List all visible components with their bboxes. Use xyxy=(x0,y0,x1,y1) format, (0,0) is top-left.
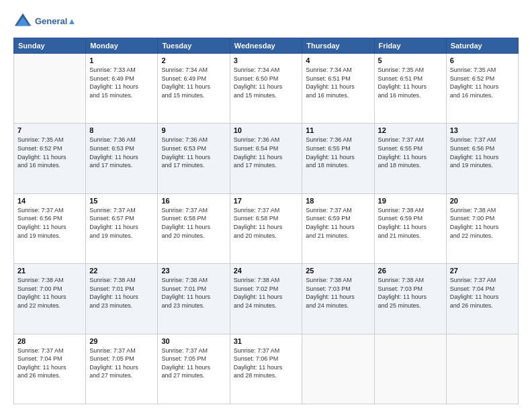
day-number: 15 xyxy=(89,197,154,205)
calendar-cell: 14Sunrise: 7:37 AMSunset: 6:56 PMDayligh… xyxy=(14,193,86,263)
calendar-cell: 10Sunrise: 7:36 AMSunset: 6:54 PMDayligh… xyxy=(230,124,302,193)
logo-text: General▲ xyxy=(35,16,76,27)
day-number: 22 xyxy=(89,267,154,275)
calendar-cell: 3Sunrise: 7:34 AMSunset: 6:50 PMDaylight… xyxy=(230,54,302,124)
day-info: Sunrise: 7:37 AMSunset: 6:58 PMDaylight:… xyxy=(161,206,226,240)
calendar-cell: 11Sunrise: 7:36 AMSunset: 6:55 PMDayligh… xyxy=(302,124,374,193)
day-info: Sunrise: 7:38 AMSunset: 7:01 PMDaylight:… xyxy=(161,276,226,310)
day-info: Sunrise: 7:37 AMSunset: 6:59 PMDaylight:… xyxy=(306,206,370,240)
calendar-cell: 24Sunrise: 7:38 AMSunset: 7:02 PMDayligh… xyxy=(230,264,302,334)
day-info: Sunrise: 7:37 AMSunset: 7:05 PMDaylight:… xyxy=(89,347,154,380)
day-info: Sunrise: 7:36 AMSunset: 6:54 PMDaylight:… xyxy=(234,136,299,169)
day-info: Sunrise: 7:37 AMSunset: 7:05 PMDaylight:… xyxy=(161,347,226,380)
week-row-4: 21Sunrise: 7:38 AMSunset: 7:00 PMDayligh… xyxy=(14,264,519,334)
day-info: Sunrise: 7:35 AMSunset: 6:52 PMDaylight:… xyxy=(17,136,82,169)
calendar-cell: 26Sunrise: 7:38 AMSunset: 7:03 PMDayligh… xyxy=(374,264,446,334)
calendar-table: SundayMondayTuesdayWednesdayThursdayFrid… xyxy=(13,38,519,404)
day-number: 1 xyxy=(89,56,154,64)
day-number: 25 xyxy=(306,267,370,275)
day-number: 28 xyxy=(17,337,82,345)
day-number: 6 xyxy=(450,56,515,64)
day-header-wednesday: Wednesday xyxy=(230,38,302,54)
day-header-thursday: Thursday xyxy=(302,38,374,54)
page: General▲ SundayMondayTuesdayWednesdayThu… xyxy=(0,0,532,411)
day-header-monday: Monday xyxy=(86,38,158,54)
day-info: Sunrise: 7:38 AMSunset: 7:03 PMDaylight:… xyxy=(378,276,443,310)
day-info: Sunrise: 7:38 AMSunset: 7:02 PMDaylight:… xyxy=(234,276,299,310)
day-info: Sunrise: 7:35 AMSunset: 6:52 PMDaylight:… xyxy=(450,66,515,99)
calendar-cell: 18Sunrise: 7:37 AMSunset: 6:59 PMDayligh… xyxy=(302,193,374,263)
week-row-1: 1Sunrise: 7:33 AMSunset: 6:49 PMDaylight… xyxy=(14,54,519,124)
day-info: Sunrise: 7:38 AMSunset: 7:01 PMDaylight:… xyxy=(89,276,154,310)
day-number: 18 xyxy=(306,197,370,205)
calendar-cell: 21Sunrise: 7:38 AMSunset: 7:00 PMDayligh… xyxy=(14,264,86,334)
day-number: 13 xyxy=(450,126,515,134)
calendar-cell xyxy=(374,334,446,404)
day-info: Sunrise: 7:38 AMSunset: 7:03 PMDaylight:… xyxy=(306,276,370,310)
day-info: Sunrise: 7:37 AMSunset: 7:04 PMDaylight:… xyxy=(17,347,82,380)
calendar-cell: 25Sunrise: 7:38 AMSunset: 7:03 PMDayligh… xyxy=(302,264,374,334)
calendar-cell: 6Sunrise: 7:35 AMSunset: 6:52 PMDaylight… xyxy=(446,54,518,124)
calendar-cell: 22Sunrise: 7:38 AMSunset: 7:01 PMDayligh… xyxy=(86,264,158,334)
day-header-sunday: Sunday xyxy=(14,38,86,54)
day-info: Sunrise: 7:37 AMSunset: 7:06 PMDaylight:… xyxy=(234,347,299,380)
day-number: 31 xyxy=(234,337,299,345)
day-number: 10 xyxy=(234,126,299,134)
day-info: Sunrise: 7:37 AMSunset: 6:57 PMDaylight:… xyxy=(89,206,154,240)
day-header-saturday: Saturday xyxy=(446,38,518,54)
calendar-cell: 12Sunrise: 7:37 AMSunset: 6:55 PMDayligh… xyxy=(374,124,446,193)
day-number: 4 xyxy=(306,56,370,64)
calendar-cell: 19Sunrise: 7:38 AMSunset: 6:59 PMDayligh… xyxy=(374,193,446,263)
calendar-cell xyxy=(14,54,86,124)
day-info: Sunrise: 7:34 AMSunset: 6:51 PMDaylight:… xyxy=(306,66,370,99)
day-number: 21 xyxy=(17,267,82,275)
calendar-cell: 20Sunrise: 7:38 AMSunset: 7:00 PMDayligh… xyxy=(446,193,518,263)
day-number: 3 xyxy=(234,56,299,64)
calendar-cell: 13Sunrise: 7:37 AMSunset: 6:56 PMDayligh… xyxy=(446,124,518,193)
calendar-cell: 28Sunrise: 7:37 AMSunset: 7:04 PMDayligh… xyxy=(14,334,86,404)
day-number: 2 xyxy=(161,56,226,64)
calendar-cell: 2Sunrise: 7:34 AMSunset: 6:49 PMDaylight… xyxy=(158,54,230,124)
calendar-cell: 5Sunrise: 7:35 AMSunset: 6:51 PMDaylight… xyxy=(374,54,446,124)
calendar-cell xyxy=(302,334,374,404)
calendar-cell: 29Sunrise: 7:37 AMSunset: 7:05 PMDayligh… xyxy=(86,334,158,404)
calendar-cell: 15Sunrise: 7:37 AMSunset: 6:57 PMDayligh… xyxy=(86,193,158,263)
day-info: Sunrise: 7:36 AMSunset: 6:53 PMDaylight:… xyxy=(161,136,226,169)
day-number: 24 xyxy=(234,267,299,275)
day-number: 11 xyxy=(306,126,370,134)
day-info: Sunrise: 7:37 AMSunset: 6:56 PMDaylight:… xyxy=(450,136,515,169)
day-number: 29 xyxy=(89,337,154,345)
day-number: 14 xyxy=(17,197,82,205)
day-number: 12 xyxy=(378,126,443,134)
week-row-3: 14Sunrise: 7:37 AMSunset: 6:56 PMDayligh… xyxy=(14,193,519,263)
day-info: Sunrise: 7:36 AMSunset: 6:53 PMDaylight:… xyxy=(89,136,154,169)
logo: General▲ xyxy=(13,12,76,31)
day-number: 27 xyxy=(450,267,515,275)
calendar-cell: 31Sunrise: 7:37 AMSunset: 7:06 PMDayligh… xyxy=(230,334,302,404)
calendar-cell: 9Sunrise: 7:36 AMSunset: 6:53 PMDaylight… xyxy=(158,124,230,193)
calendar-cell: 4Sunrise: 7:34 AMSunset: 6:51 PMDaylight… xyxy=(302,54,374,124)
day-info: Sunrise: 7:35 AMSunset: 6:51 PMDaylight:… xyxy=(378,66,443,99)
day-info: Sunrise: 7:37 AMSunset: 6:56 PMDaylight:… xyxy=(17,206,82,240)
day-number: 5 xyxy=(378,56,443,64)
calendar-header-row: SundayMondayTuesdayWednesdayThursdayFrid… xyxy=(14,38,519,54)
calendar-cell: 17Sunrise: 7:37 AMSunset: 6:58 PMDayligh… xyxy=(230,193,302,263)
day-info: Sunrise: 7:38 AMSunset: 6:59 PMDaylight:… xyxy=(378,206,443,240)
calendar-cell: 16Sunrise: 7:37 AMSunset: 6:58 PMDayligh… xyxy=(158,193,230,263)
day-number: 9 xyxy=(161,126,226,134)
day-number: 7 xyxy=(17,126,82,134)
calendar-cell xyxy=(446,334,518,404)
day-info: Sunrise: 7:37 AMSunset: 6:58 PMDaylight:… xyxy=(234,206,299,240)
day-info: Sunrise: 7:33 AMSunset: 6:49 PMDaylight:… xyxy=(89,66,154,99)
calendar-cell: 30Sunrise: 7:37 AMSunset: 7:05 PMDayligh… xyxy=(158,334,230,404)
day-number: 23 xyxy=(161,267,226,275)
day-info: Sunrise: 7:38 AMSunset: 7:00 PMDaylight:… xyxy=(17,276,82,310)
calendar-cell: 8Sunrise: 7:36 AMSunset: 6:53 PMDaylight… xyxy=(86,124,158,193)
day-number: 26 xyxy=(378,267,443,275)
day-info: Sunrise: 7:34 AMSunset: 6:49 PMDaylight:… xyxy=(161,66,226,99)
day-number: 8 xyxy=(89,126,154,134)
day-number: 20 xyxy=(450,197,515,205)
calendar-cell: 1Sunrise: 7:33 AMSunset: 6:49 PMDaylight… xyxy=(86,54,158,124)
week-row-5: 28Sunrise: 7:37 AMSunset: 7:04 PMDayligh… xyxy=(14,334,519,404)
day-info: Sunrise: 7:37 AMSunset: 7:04 PMDaylight:… xyxy=(450,276,515,310)
